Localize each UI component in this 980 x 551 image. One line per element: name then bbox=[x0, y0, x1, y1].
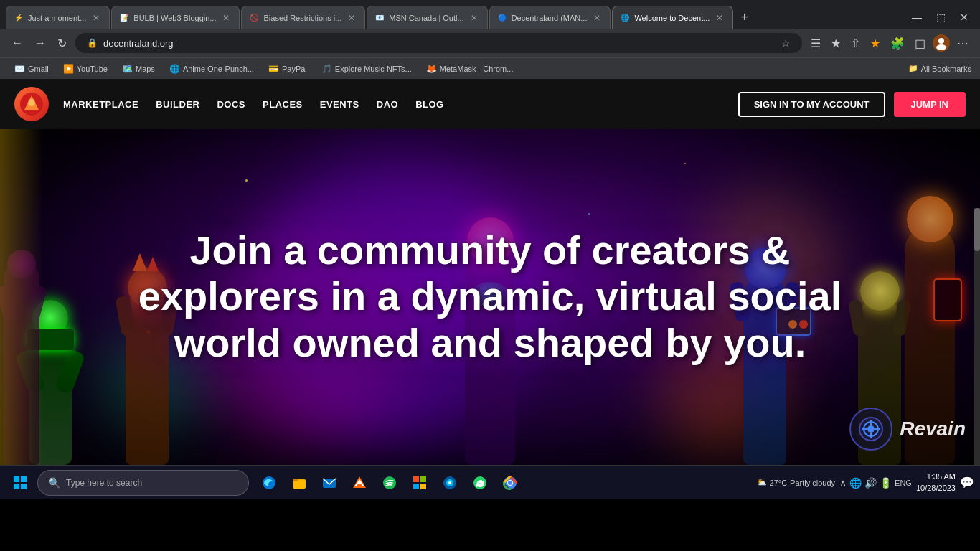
svg-point-30 bbox=[448, 481, 451, 484]
taskbar-photos[interactable] bbox=[435, 468, 464, 497]
bookmark-metamask[interactable]: 🦊 MetaMask - Chrom... bbox=[420, 62, 519, 75]
taskbar-spotify[interactable] bbox=[375, 468, 404, 497]
clock-date: 10/28/2023 bbox=[916, 483, 956, 494]
battery-icon[interactable]: 🔋 bbox=[880, 477, 892, 489]
bookmark-anime[interactable]: 🌐 Anime One-Punch... bbox=[164, 62, 260, 75]
lock-icon: 🔒 bbox=[87, 38, 98, 48]
hero-section: Join a community of creators & explorers… bbox=[0, 129, 980, 465]
hero-title-line1: Join a community of creators & bbox=[189, 227, 790, 273]
tab-3[interactable]: 🚫 Biased Restrictions i... ✕ bbox=[241, 6, 365, 29]
bookmarks-folder-label: All Bookmarks bbox=[921, 65, 971, 73]
taskbar-chrome[interactable] bbox=[496, 468, 524, 497]
nav-marketplace[interactable]: MARKETPLACE bbox=[63, 99, 138, 110]
bookmark-paypal[interactable]: 💳 PayPal bbox=[263, 62, 313, 75]
hero-title-line2: explorers in a dynamic, virtual social bbox=[138, 274, 842, 319]
tab-4-close[interactable]: ✕ bbox=[468, 12, 480, 24]
back-button[interactable]: ← bbox=[9, 34, 26, 52]
mail-icon bbox=[322, 476, 336, 490]
sidebar-icon[interactable]: ◫ bbox=[912, 35, 928, 52]
tab-6[interactable]: 🌐 Welcome to Decent... ✕ bbox=[612, 6, 733, 29]
svg-point-0 bbox=[938, 38, 944, 44]
bookmarks-folder[interactable]: 📁 All Bookmarks bbox=[908, 64, 971, 73]
nav-events[interactable]: EVENTS bbox=[320, 99, 359, 110]
file-explorer-icon bbox=[292, 476, 306, 490]
refresh-button[interactable]: ↻ bbox=[55, 34, 70, 53]
volume-icon[interactable]: 🔊 bbox=[864, 477, 877, 489]
jump-in-button[interactable]: JUMP IN bbox=[894, 92, 966, 117]
tab-4[interactable]: 📧 MSN Canada | Outl... ✕ bbox=[367, 6, 487, 29]
edge-icon bbox=[262, 476, 276, 490]
notification-icon[interactable]: 💬 bbox=[960, 476, 974, 489]
whatsapp-icon bbox=[473, 476, 487, 490]
tab-2[interactable]: 📝 BULB | Web3 Bloggin... ✕ bbox=[111, 6, 240, 29]
tab-5[interactable]: 🔵 Decentraland (MAN... ✕ bbox=[489, 6, 611, 29]
svg-rect-24 bbox=[413, 476, 419, 482]
network-icon[interactable]: 🌐 bbox=[849, 477, 862, 489]
nav-docs[interactable]: DOCS bbox=[217, 99, 245, 110]
start-button[interactable] bbox=[6, 468, 34, 497]
bookmark-gmail[interactable]: ✉️ Gmail bbox=[9, 62, 55, 75]
search-bar[interactable]: 🔍 bbox=[37, 470, 249, 496]
bookmark-maps[interactable]: 🗺️ Maps bbox=[116, 62, 161, 75]
tab-bar: ⚡ Just a moment... ✕ 📝 BULB | Web3 Blogg… bbox=[0, 0, 980, 29]
tab-2-close[interactable]: ✕ bbox=[220, 12, 232, 24]
sign-in-button[interactable]: SIGN IN TO MY ACCOUNT bbox=[738, 92, 885, 117]
nav-builder[interactable]: BUILDER bbox=[156, 99, 199, 110]
taskbar-edge[interactable] bbox=[255, 468, 283, 497]
new-tab-button[interactable]: + bbox=[735, 7, 754, 28]
svg-rect-15 bbox=[21, 484, 27, 489]
clock[interactable]: 1:35 AM 10/28/2023 bbox=[916, 471, 956, 494]
taskbar-mail[interactable] bbox=[315, 468, 344, 497]
tab-3-close[interactable]: ✕ bbox=[346, 12, 357, 24]
tab-5-close[interactable]: ✕ bbox=[591, 12, 603, 24]
vlc-icon bbox=[352, 476, 367, 490]
nav-right: SIGN IN TO MY ACCOUNT JUMP IN bbox=[738, 92, 966, 117]
revain-watermark: Revain bbox=[849, 408, 966, 451]
taskbar-apps bbox=[255, 468, 524, 497]
share-icon[interactable]: ⇧ bbox=[848, 35, 863, 52]
menu-dots[interactable]: ⋯ bbox=[954, 35, 971, 52]
taskbar-whatsapp[interactable] bbox=[466, 468, 494, 497]
hero-text: Join a community of creators & explorers… bbox=[0, 227, 980, 366]
nav-dao[interactable]: DAO bbox=[377, 99, 398, 110]
tab-1-title: Just a moment... bbox=[28, 14, 86, 22]
weather-widget[interactable]: ⛅ 27°C Partly cloudy bbox=[757, 478, 836, 487]
tab-3-favicon: 🚫 bbox=[249, 13, 259, 23]
forward-button[interactable]: → bbox=[32, 34, 49, 52]
bookmark-youtube[interactable]: ▶️ YouTube bbox=[57, 62, 113, 75]
nav-blog[interactable]: BLOG bbox=[415, 99, 444, 110]
tab-1[interactable]: ⚡ Just a moment... ✕ bbox=[6, 6, 110, 29]
site-logo[interactable] bbox=[14, 87, 49, 121]
language-indicator: ENG bbox=[895, 479, 912, 487]
profile-avatar[interactable] bbox=[933, 34, 950, 52]
music-nfts-icon: 🎵 bbox=[321, 64, 332, 74]
extensions-icon[interactable]: ☰ bbox=[808, 35, 824, 52]
svg-point-4 bbox=[28, 99, 35, 106]
restore-button[interactable]: ⬚ bbox=[930, 10, 951, 24]
favorites-icon[interactable]: ★ bbox=[867, 35, 883, 52]
taskbar-store[interactable] bbox=[405, 468, 434, 497]
bookmark-icon[interactable]: ★ bbox=[828, 35, 844, 52]
close-button[interactable]: ✕ bbox=[954, 10, 974, 24]
search-icon: 🔍 bbox=[48, 477, 60, 489]
tab-1-close[interactable]: ✕ bbox=[90, 12, 102, 24]
metamask-icon: 🦊 bbox=[426, 64, 437, 74]
taskbar-vlc[interactable] bbox=[345, 468, 374, 497]
weather-icon: ⛅ bbox=[757, 478, 767, 487]
logo-svg bbox=[19, 91, 44, 117]
gmail-icon: ✉️ bbox=[14, 64, 25, 74]
search-input[interactable] bbox=[66, 478, 238, 488]
taskbar-file-explorer[interactable] bbox=[285, 468, 314, 497]
minimize-button[interactable]: — bbox=[906, 10, 928, 24]
bookmarks-bar: ✉️ Gmail ▶️ YouTube 🗺️ Maps 🌐 Anime One-… bbox=[0, 57, 980, 79]
store-icon bbox=[413, 476, 427, 490]
puzzle-icon[interactable]: 🧩 bbox=[887, 35, 908, 52]
svg-point-1 bbox=[936, 44, 946, 50]
tab-6-close[interactable]: ✕ bbox=[714, 12, 725, 24]
star-icon[interactable]: ☆ bbox=[781, 37, 791, 49]
chevron-up-icon[interactable]: ∧ bbox=[839, 477, 847, 489]
bookmark-music-nfts[interactable]: 🎵 Explore Music NFTs... bbox=[316, 62, 418, 75]
url-bar[interactable]: 🔒 decentraland.org ☆ bbox=[75, 33, 802, 53]
nav-places[interactable]: PLACES bbox=[263, 99, 303, 110]
photos-icon bbox=[443, 476, 457, 490]
